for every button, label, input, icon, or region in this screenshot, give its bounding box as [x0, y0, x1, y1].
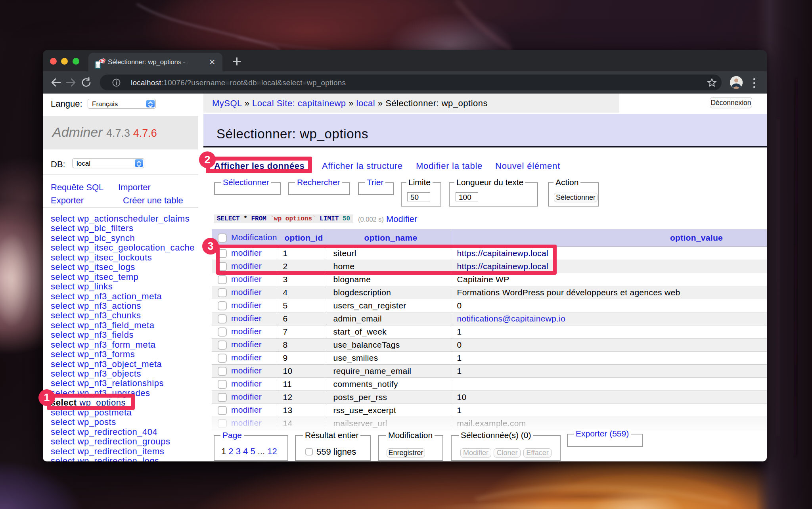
- svg-text:<?: <?: [100, 58, 105, 64]
